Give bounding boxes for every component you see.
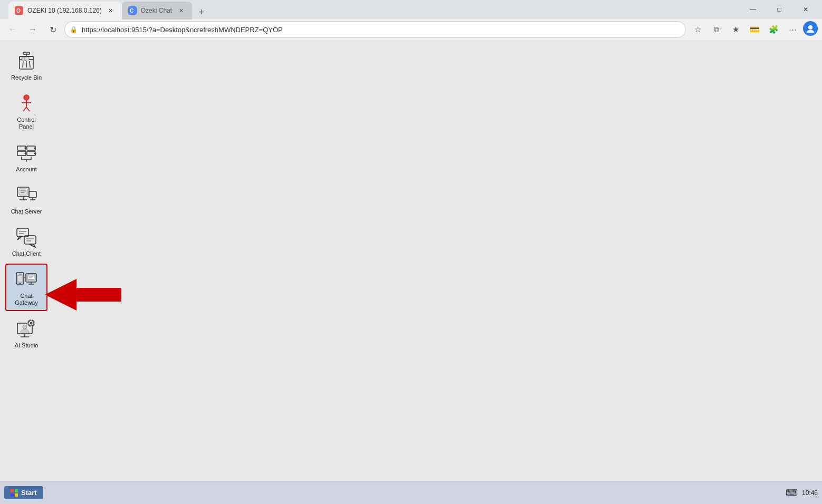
ai-studio-icon bbox=[15, 317, 38, 341]
maximize-button[interactable]: □ bbox=[767, 1, 791, 18]
svg-line-18 bbox=[26, 107, 30, 111]
clock-display: 10:46 bbox=[802, 489, 818, 497]
svg-line-9 bbox=[23, 61, 23, 67]
chat-gateway-icon bbox=[15, 268, 38, 291]
address-input[interactable] bbox=[64, 21, 686, 38]
start-label: Start bbox=[21, 489, 37, 497]
svg-point-30 bbox=[25, 152, 26, 154]
svg-rect-75 bbox=[15, 493, 18, 497]
svg-marker-71 bbox=[45, 279, 121, 311]
svg-point-65 bbox=[27, 319, 35, 327]
taskbar-right: ⌨ 10:46 bbox=[786, 488, 818, 498]
lock-icon: 🔒 bbox=[70, 26, 78, 33]
profile-button[interactable] bbox=[803, 21, 818, 36]
desktop-icon-account[interactable]: Account bbox=[5, 137, 47, 177]
svg-point-29 bbox=[25, 147, 26, 149]
control-panel-icon bbox=[15, 92, 38, 115]
reload-button[interactable]: ↻ bbox=[44, 21, 61, 38]
tab-title-ozeki: OZEKI 10 (192.168.0.126) bbox=[27, 7, 102, 14]
svg-text:C: C bbox=[130, 8, 133, 14]
svg-point-32 bbox=[34, 152, 36, 154]
arrow-annotation bbox=[45, 276, 121, 313]
taskbar: Start ⌨ 10:46 bbox=[0, 481, 822, 504]
system-tray: ⌨ bbox=[786, 488, 798, 498]
svg-marker-43 bbox=[17, 237, 22, 240]
browser-chrome: O OZEKI 10 (192.168.0.126) ✕ C Ozeki Cha… bbox=[0, 0, 822, 40]
bookmark-star-button[interactable]: ☆ bbox=[689, 21, 706, 38]
address-bar-row: ← → ↻ 🔒 ☆ ⧉ ★ 💳 🧩 ⋯ bbox=[0, 19, 822, 40]
chat-server-icon bbox=[15, 183, 38, 207]
desktop-icon-chat-gateway[interactable]: Chat Gateway bbox=[5, 264, 47, 311]
svg-point-4 bbox=[808, 25, 813, 30]
window-controls: — □ ✕ bbox=[741, 1, 818, 18]
tab-favicon-chat: C bbox=[128, 6, 137, 15]
split-view-button[interactable]: ⧉ bbox=[708, 21, 725, 38]
svg-rect-58 bbox=[28, 275, 34, 279]
desktop-icons-container: Recycle Bin Control Panel bbox=[5, 45, 47, 353]
account-icon bbox=[15, 141, 38, 164]
start-icon bbox=[11, 489, 18, 497]
svg-point-20 bbox=[24, 95, 28, 100]
desktop-icon-chat-server[interactable]: Chat Server bbox=[5, 179, 47, 219]
desktop: Recycle Bin Control Panel bbox=[0, 40, 822, 481]
svg-point-53 bbox=[20, 283, 21, 285]
svg-marker-47 bbox=[29, 244, 35, 247]
recycle-bin-label: Recycle Bin bbox=[11, 74, 42, 81]
keyboard-tray-icon: ⌨ bbox=[786, 488, 798, 498]
tab-ozeki-chat[interactable]: C Ozeki Chat ✕ bbox=[122, 2, 192, 20]
svg-rect-73 bbox=[15, 489, 18, 492]
svg-text:O: O bbox=[16, 8, 21, 14]
tab-ozeki[interactable]: O OZEKI 10 (192.168.0.126) ✕ bbox=[8, 2, 122, 20]
chat-gateway-label: Chat Gateway bbox=[9, 293, 43, 306]
svg-point-64 bbox=[23, 325, 27, 329]
title-bar: O OZEKI 10 (192.168.0.126) ✕ C Ozeki Cha… bbox=[0, 0, 822, 19]
tab-favicon-ozeki: O bbox=[15, 6, 23, 15]
svg-line-11 bbox=[30, 61, 30, 67]
svg-rect-13 bbox=[25, 57, 29, 60]
tab-close-ozeki[interactable]: ✕ bbox=[106, 6, 116, 15]
tab-close-chat[interactable]: ✕ bbox=[176, 6, 186, 15]
svg-rect-72 bbox=[11, 489, 14, 492]
wallet-button[interactable]: 💳 bbox=[746, 21, 763, 38]
back-button[interactable]: ← bbox=[4, 21, 21, 38]
svg-line-17 bbox=[23, 107, 26, 111]
svg-rect-74 bbox=[11, 493, 14, 497]
svg-rect-52 bbox=[17, 276, 23, 282]
svg-rect-36 bbox=[19, 189, 27, 195]
menu-button[interactable]: ⋯ bbox=[784, 21, 801, 38]
svg-point-31 bbox=[34, 147, 36, 149]
chat-client-label: Chat Client bbox=[12, 250, 41, 257]
recycle-bin-icon bbox=[15, 50, 38, 73]
desktop-icon-control-panel[interactable]: Control Panel bbox=[5, 88, 47, 134]
svg-rect-39 bbox=[29, 191, 36, 198]
address-bar-container: 🔒 bbox=[64, 21, 686, 38]
ai-studio-label: AI Studio bbox=[15, 342, 39, 349]
start-button[interactable]: Start bbox=[4, 486, 43, 499]
tab-title-chat: Ozeki Chat bbox=[141, 7, 172, 14]
toolbar-icons: ☆ ⧉ ★ 💳 🧩 ⋯ bbox=[689, 21, 818, 38]
close-button[interactable]: ✕ bbox=[794, 1, 818, 18]
favorites-button[interactable]: ★ bbox=[727, 21, 744, 38]
forward-button[interactable]: → bbox=[24, 21, 41, 38]
extensions-button[interactable]: 🧩 bbox=[765, 21, 782, 38]
new-tab-button[interactable]: + bbox=[194, 5, 209, 20]
control-panel-label: Control Panel bbox=[9, 117, 43, 130]
tabs-bar: O OZEKI 10 (192.168.0.126) ✕ C Ozeki Cha… bbox=[4, 0, 741, 20]
desktop-icon-recycle-bin[interactable]: Recycle Bin bbox=[5, 45, 47, 85]
desktop-icon-ai-studio[interactable]: AI Studio bbox=[5, 313, 47, 353]
desktop-icon-chat-client[interactable]: Chat Client bbox=[5, 221, 47, 261]
minimize-button[interactable]: — bbox=[741, 1, 765, 18]
chat-server-label: Chat Server bbox=[11, 208, 42, 215]
account-label: Account bbox=[16, 166, 37, 173]
chat-client-icon bbox=[15, 226, 38, 249]
